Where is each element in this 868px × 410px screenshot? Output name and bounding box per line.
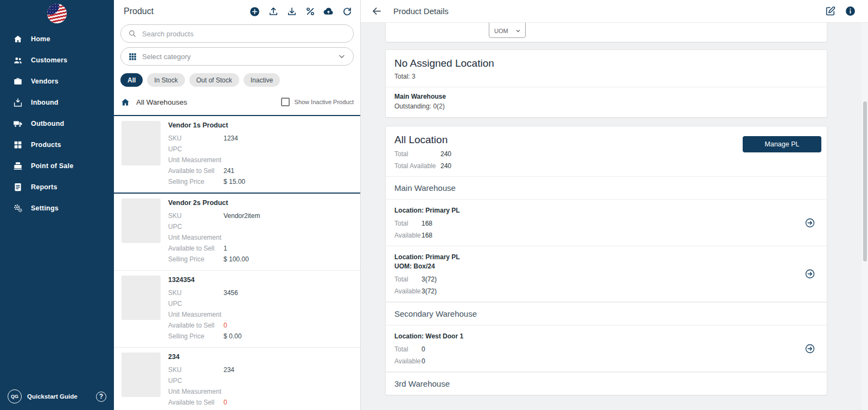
location-available: 0 — [422, 357, 425, 365]
back-arrow-icon[interactable] — [371, 5, 382, 17]
field-label-upc: UPC — [168, 223, 224, 230]
manage-pl-button[interactable]: Manage PL — [743, 136, 821, 152]
total-available-value: 240 — [441, 162, 451, 170]
filter-chip-all[interactable]: All — [120, 73, 143, 87]
location-row: Location: Primary PL UOM: Box/24 Total3(… — [386, 246, 827, 302]
sidebar-item-label: Products — [31, 141, 61, 149]
info-icon[interactable] — [845, 5, 856, 17]
sidebar: Home Customers Vendors Inbound Outbound … — [0, 0, 114, 410]
sidebar-item-point-of-sale[interactable]: Point of Sale — [0, 155, 114, 176]
sidebar-item-outbound[interactable]: Outbound — [0, 113, 114, 134]
product-list-panel: Product Select category All In Stock Out… — [114, 0, 361, 410]
cloud-sync-icon[interactable] — [323, 6, 334, 17]
warehouse-home-icon — [120, 97, 130, 107]
sidebar-item-label: Point of Sale — [31, 162, 73, 170]
edit-icon[interactable] — [825, 5, 836, 17]
sidebar-item-inbound[interactable]: Inbound — [0, 92, 114, 113]
product-info: 234 SKU234 UPC Unit Measurement Availabl… — [168, 353, 353, 410]
product-sku: 1234 — [224, 134, 238, 142]
sidebar-item-reports[interactable]: Reports — [0, 176, 114, 197]
product-sku: 3456 — [224, 289, 238, 297]
product-thumbnail — [122, 353, 161, 397]
location-available: 168 — [422, 232, 432, 239]
location-available: 3(72) — [422, 287, 437, 295]
field-label-unit: Unit Measurement — [168, 388, 224, 395]
product-list-item[interactable]: Vendor 2s Product SKUVendor2item UPC Uni… — [114, 194, 360, 271]
details-scrollbar-track[interactable] — [861, 23, 868, 410]
inbound-icon — [13, 98, 23, 107]
sidebar-item-settings[interactable]: Settings — [0, 197, 114, 219]
available-label: Available — [394, 357, 422, 365]
chevron-down-icon — [515, 28, 521, 34]
sidebar-item-vendors[interactable]: Vendors — [0, 71, 114, 92]
filter-chip-inactive[interactable]: Inactive — [244, 73, 280, 87]
warehouse-section-title: Main Warehouse — [386, 176, 827, 200]
available-label: Available — [394, 287, 422, 295]
location-row: Location: West Door 1 Total0 Available0 — [386, 325, 827, 372]
vendors-icon — [13, 76, 23, 86]
discount-percent-icon[interactable] — [304, 6, 316, 17]
details-title: Product Details — [393, 7, 825, 16]
sidebar-item-products[interactable]: Products — [0, 134, 114, 155]
refresh-icon[interactable] — [341, 6, 353, 17]
field-label-unit: Unit Measurement — [168, 234, 224, 241]
field-label-price: Selling Price — [168, 332, 224, 340]
location-row: Location: Primary PL Total168 Available1… — [386, 200, 827, 246]
card-title: No Assigned Location — [394, 57, 818, 69]
show-inactive-checkbox[interactable] — [281, 98, 290, 106]
sidebar-item-home[interactable]: Home — [0, 28, 114, 49]
product-list-item[interactable]: Vendor 1s Product SKU1234 UPC Unit Measu… — [114, 115, 360, 194]
field-label-available: Available to Sell — [168, 245, 224, 252]
product-list-item[interactable]: 1324354 SKU3456 UPC Unit Measurement Ava… — [114, 271, 360, 348]
filter-chip-in-stock[interactable]: In Stock — [147, 73, 184, 87]
settings-gears-icon — [13, 203, 23, 213]
product-details-panel: Product Details UOM No Assigned Location… — [361, 0, 868, 410]
warehouse-filter-label[interactable]: All Warehouses — [136, 98, 281, 106]
uom-dropdown[interactable]: UOM — [489, 23, 526, 38]
sidebar-item-label: Vendors — [31, 78, 59, 85]
field-label-sku: SKU — [168, 212, 224, 220]
search-products-input[interactable] — [142, 30, 347, 38]
open-location-icon[interactable] — [805, 268, 815, 279]
download-icon[interactable] — [286, 6, 297, 17]
field-label-sku: SKU — [168, 289, 224, 297]
product-thumbnail — [122, 276, 161, 320]
location-total: 3(72) — [422, 276, 437, 283]
location-total: 168 — [422, 220, 432, 227]
product-list-item[interactable]: 234 SKU234 UPC Unit Measurement Availabl… — [114, 348, 360, 410]
warehouse-section-title: Secondary Warehouse — [386, 302, 827, 325]
warehouse-name: Main Warehouse — [394, 93, 818, 100]
upload-icon[interactable] — [267, 6, 279, 17]
home-icon — [13, 34, 23, 44]
product-panel-header: Product — [114, 0, 360, 23]
filter-chip-out-of-stock[interactable]: Out of Stock — [189, 73, 239, 87]
add-product-icon[interactable] — [249, 6, 260, 17]
sidebar-item-label: Home — [31, 35, 50, 43]
app-window: Home Customers Vendors Inbound Outbound … — [0, 0, 868, 410]
all-location-card: All Location Total240 Total Available240… — [385, 126, 827, 395]
product-name: 1324354 — [168, 276, 353, 284]
no-assigned-warehouse-row[interactable]: Main Warehouse Outstanding: 0(2) — [386, 87, 827, 117]
products-icon — [13, 140, 23, 150]
sidebar-item-customers[interactable]: Customers — [0, 49, 114, 71]
field-label-sku: SKU — [168, 134, 224, 142]
sidebar-nav: Home Customers Vendors Inbound Outbound … — [0, 28, 114, 219]
field-label-price: Selling Price — [168, 255, 224, 263]
sidebar-item-label: Outbound — [31, 120, 64, 127]
available-label: Available — [394, 232, 422, 239]
product-price: $ 100.00 — [224, 255, 249, 263]
product-toolbar — [249, 6, 353, 17]
field-label-upc: UPC — [168, 377, 224, 385]
open-location-icon[interactable] — [805, 217, 815, 228]
open-location-icon[interactable] — [805, 343, 815, 354]
product-info: Vendor 2s Product SKUVendor2item UPC Uni… — [168, 198, 353, 265]
category-select[interactable]: Select category — [120, 47, 354, 66]
product-name: Vendor 1s Product — [168, 121, 353, 129]
quickstart-badge[interactable]: QG — [8, 389, 22, 403]
field-label-sku: SKU — [168, 366, 224, 374]
quickstart-guide-label[interactable]: Quickstart Guide — [27, 393, 78, 400]
help-icon[interactable]: ? — [96, 392, 106, 402]
search-icon — [127, 29, 137, 39]
field-label-unit: Unit Measurement — [168, 311, 224, 318]
details-scrollbar-thumb[interactable] — [863, 101, 867, 261]
